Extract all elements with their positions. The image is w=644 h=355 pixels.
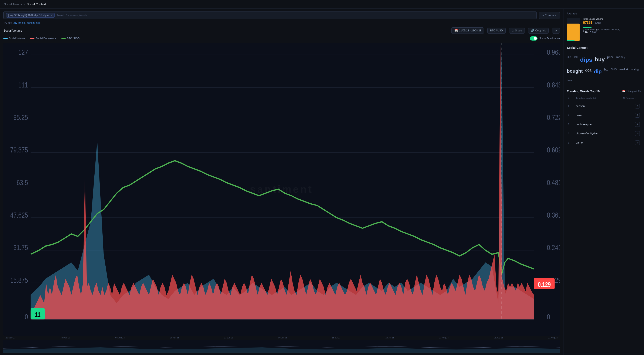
ai-summary-cell: ⊜ (623, 140, 640, 145)
trending-row[interactable]: 4 bitcoininfinnityday ⊜ (567, 129, 640, 138)
x-label-6: 15 Jul 23 (332, 337, 340, 339)
trending-row-num: 2 (568, 114, 574, 117)
total-label: Total (583, 18, 588, 20)
x-label-9: 12 Aug 23 (494, 337, 503, 339)
social-dominance-toggle-section: Social Dominance (530, 36, 560, 40)
trending-row[interactable]: 1 season ⊜ (567, 102, 640, 111)
avg-sub-pct: 0.19% (590, 31, 597, 34)
social-context-section: Social Context likestilldipsbuypricemone… (567, 46, 640, 84)
word-cloud-item[interactable]: every (611, 67, 617, 76)
share-label: Share (515, 29, 522, 32)
legend-color-social-volume (4, 38, 8, 39)
svg-text:11: 11 (35, 311, 40, 318)
word-cloud-item[interactable]: buy (595, 54, 605, 65)
average-label: Average (567, 12, 640, 15)
main-chart[interactable]: santiment 127 111 95.25 79.375 63.5 47.6… (4, 43, 560, 336)
svg-text:95.25: 95.25 (14, 113, 28, 122)
settings-button[interactable]: ⚙ (552, 27, 560, 33)
ai-summary-cell: ⊜ (623, 104, 640, 108)
breadcrumb-parent[interactable]: Social Trends (4, 2, 22, 6)
avg-bar-fill-inner (567, 40, 574, 41)
legend-btc-usd: BTC / USD (62, 37, 80, 40)
try-out-links[interactable]: Buy the dip, bottom, sell (13, 21, 40, 24)
trending-row[interactable]: 2 cake ⊜ (567, 111, 640, 120)
ai-summary-icon[interactable]: ⊜ (635, 113, 640, 118)
word-cloud-item[interactable]: dca (585, 67, 592, 76)
ai-summary-icon[interactable]: ⊜ (635, 131, 640, 136)
breadcrumb-current: Social Context (27, 2, 46, 6)
word-cloud-item[interactable]: market (620, 67, 628, 76)
word-cloud-item[interactable]: btc (604, 67, 608, 76)
avg-teal-line (583, 27, 592, 28)
mini-chart[interactable] (4, 340, 560, 353)
trending-row[interactable]: 5 game ⊜ (567, 138, 640, 147)
svg-text:79.375: 79.375 (10, 146, 28, 154)
trending-row[interactable]: 3 huobitelegram ⊜ (567, 120, 640, 129)
word-cloud-item[interactable]: money (616, 54, 625, 65)
price-pair-control[interactable]: BTC / USD (487, 27, 506, 33)
word-cloud-item[interactable]: still (574, 54, 578, 65)
avg-total-label: Total Social Volume (583, 18, 640, 20)
compare-button[interactable]: + Compare (539, 12, 560, 19)
trending-row-num: 4 (568, 132, 574, 135)
svg-text:0.843: 0.843 (547, 81, 560, 89)
ai-summary-icon[interactable]: ⊜ (635, 104, 640, 108)
x-label-7: 25 Jul 23 (385, 337, 394, 339)
word-cloud-item[interactable]: price (607, 54, 614, 65)
svg-text:47.625: 47.625 (10, 211, 28, 219)
social-dominance-toggle[interactable] (530, 36, 538, 40)
toggle-knob (534, 37, 537, 40)
svg-text:0.361: 0.361 (547, 211, 560, 219)
legend-row: Social Volume Social Dominance BTC / USD… (4, 36, 560, 40)
avg-total-stat: Total Social Volume 67351 100% (583, 18, 640, 25)
avg-bar-fill (567, 23, 580, 41)
x-axis-labels: 20 May 23 30 May 23 08 Jun 23 17 Jun 23 … (4, 336, 560, 339)
gear-icon: ⚙ (555, 29, 557, 32)
ai-summary-icon[interactable]: ⊜ (635, 140, 640, 145)
search-box[interactable]: (buy OR bought) AND (dip OR dips) ✕ Sear… (4, 11, 537, 19)
svg-text:0.481: 0.481 (547, 179, 560, 187)
svg-text:63.5: 63.5 (16, 179, 28, 187)
share-button[interactable]: ⬡ Share (509, 27, 525, 33)
svg-text:0: 0 (25, 313, 28, 321)
trending-date: 📅 21 August, 23 (622, 90, 640, 93)
svg-text:0.129: 0.129 (538, 281, 551, 288)
word-cloud-item[interactable]: dip (594, 67, 602, 76)
avg-sub-values: 130 0.19% (583, 31, 640, 34)
ai-summary-cell: ⊜ (623, 122, 640, 127)
search-tag-close[interactable]: ✕ (50, 14, 53, 17)
legend-social-volume: Social Volume (4, 37, 25, 40)
copy-link-button[interactable]: 🔗 Copy link (528, 27, 548, 33)
mini-chart-svg (4, 340, 560, 353)
trending-table: # Trending words, 24h AI Summary 1 seaso… (567, 95, 640, 147)
word-cloud-item[interactable]: buying (630, 67, 638, 76)
trending-title: Trending Words Top 10 (567, 90, 600, 93)
x-label-3: 17 Jun 23 (170, 337, 179, 339)
legend-label-social-volume: Social Volume (9, 37, 25, 40)
breadcrumb: Social Trends > Social Context (4, 2, 46, 6)
avg-total-pct: 100% (595, 21, 601, 24)
svg-text:31.75: 31.75 (14, 244, 28, 252)
trending-rows: 1 season ⊜ 2 cake ⊜ 3 huobitelegram ⊜ 4 … (567, 102, 640, 147)
trending-section: Trending Words Top 10 📅 21 August, 23 # … (567, 90, 640, 147)
svg-text:0.722: 0.722 (547, 113, 560, 122)
search-tag[interactable]: (buy OR bought) AND (dip OR dips) ✕ (6, 13, 54, 18)
word-cloud-item[interactable]: bought (567, 67, 583, 76)
trending-row-num: 1 (568, 104, 574, 108)
date-range-control[interactable]: 📅 21/05/23 - 21/08/23 (452, 27, 484, 34)
share-icon: ⬡ (512, 29, 514, 32)
trending-table-header: # Trending words, 24h AI Summary (567, 95, 640, 101)
x-label-1: 30 May 23 (60, 337, 70, 339)
chart-header: Social Volume 📅 21/05/23 - 21/08/23 BTC … (4, 27, 560, 34)
word-cloud-item[interactable]: dips (580, 54, 592, 65)
word-cloud: likestilldipsbuypricemoneyboughtdcadipbt… (567, 53, 640, 84)
x-label-10: 21 Aug 23 (548, 337, 558, 339)
ai-summary-icon[interactable]: ⊜ (635, 122, 640, 127)
word-cloud-item[interactable]: time (567, 78, 572, 83)
x-label-2: 08 Jun 23 (116, 337, 125, 339)
word-cloud-item[interactable]: like (567, 54, 571, 65)
trending-date-value: 21 August, 23 (626, 90, 640, 93)
avg-sub-stat: (buy OR bought) AND (dip OR dips) 130 0.… (583, 27, 640, 34)
calendar-icon-trending: 📅 (622, 90, 625, 93)
col-word: Trending words, 24h (576, 97, 621, 99)
